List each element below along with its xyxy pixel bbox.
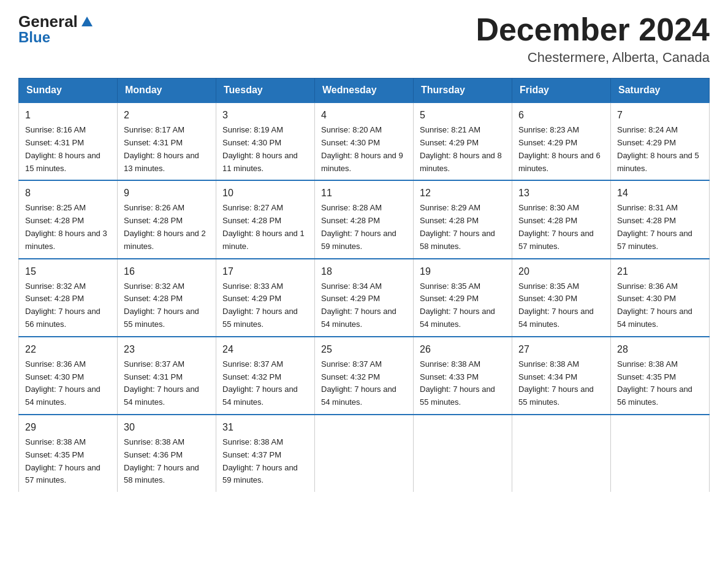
calendar-cell: 14 Sunrise: 8:31 AMSunset: 4:28 PMDaylig…	[611, 180, 710, 258]
calendar-cell: 31 Sunrise: 8:38 AMSunset: 4:37 PMDaylig…	[216, 415, 315, 492]
calendar-cell: 23 Sunrise: 8:37 AMSunset: 4:31 PMDaylig…	[118, 337, 216, 415]
calendar-cell: 25 Sunrise: 8:37 AMSunset: 4:32 PMDaylig…	[315, 337, 414, 415]
day-info: Sunrise: 8:35 AMSunset: 4:30 PMDaylight:…	[518, 282, 594, 329]
calendar-cell: 26 Sunrise: 8:38 AMSunset: 4:33 PMDaylig…	[414, 337, 512, 415]
day-number: 22	[25, 342, 111, 357]
day-info: Sunrise: 8:30 AMSunset: 4:28 PMDaylight:…	[518, 203, 594, 250]
day-number: 12	[420, 186, 506, 201]
day-number: 27	[518, 342, 604, 357]
day-number: 8	[25, 186, 111, 201]
day-info: Sunrise: 8:38 AMSunset: 4:33 PMDaylight:…	[420, 359, 495, 407]
month-title: December 2024	[476, 12, 710, 47]
calendar-cell: 2 Sunrise: 8:17 AMSunset: 4:31 PMDayligh…	[118, 102, 216, 180]
day-info: Sunrise: 8:28 AMSunset: 4:28 PMDaylight:…	[321, 203, 396, 250]
calendar-cell: 28 Sunrise: 8:38 AMSunset: 4:35 PMDaylig…	[611, 337, 710, 415]
day-number: 11	[321, 186, 407, 201]
calendar-cell: 29 Sunrise: 8:38 AMSunset: 4:35 PMDaylig…	[19, 415, 118, 492]
day-number: 23	[124, 342, 210, 357]
day-number: 7	[617, 108, 703, 123]
day-number: 18	[321, 264, 407, 279]
calendar-cell: 4 Sunrise: 8:20 AMSunset: 4:30 PMDayligh…	[315, 102, 414, 180]
day-info: Sunrise: 8:37 AMSunset: 4:31 PMDaylight:…	[124, 359, 199, 407]
day-number: 5	[420, 108, 506, 123]
day-number: 19	[420, 264, 506, 279]
calendar-cell: 21 Sunrise: 8:36 AMSunset: 4:30 PMDaylig…	[611, 259, 710, 337]
calendar-cell: 3 Sunrise: 8:19 AMSunset: 4:30 PMDayligh…	[216, 102, 315, 180]
day-info: Sunrise: 8:32 AMSunset: 4:28 PMDaylight:…	[25, 282, 100, 329]
day-number: 4	[321, 108, 407, 123]
logo-blue-text: Blue	[18, 29, 94, 46]
logo: General Blue	[18, 12, 94, 46]
calendar-cell: 24 Sunrise: 8:37 AMSunset: 4:32 PMDaylig…	[216, 337, 315, 415]
day-info: Sunrise: 8:33 AMSunset: 4:29 PMDaylight:…	[222, 282, 298, 329]
calendar-cell: 30 Sunrise: 8:38 AMSunset: 4:36 PMDaylig…	[118, 415, 216, 492]
day-info: Sunrise: 8:26 AMSunset: 4:28 PMDaylight:…	[124, 203, 206, 250]
calendar-cell: 27 Sunrise: 8:38 AMSunset: 4:34 PMDaylig…	[512, 337, 611, 415]
day-info: Sunrise: 8:38 AMSunset: 4:35 PMDaylight:…	[25, 437, 100, 484]
header-sunday: Sunday	[19, 79, 118, 103]
day-number: 16	[124, 264, 210, 279]
calendar-cell: 22 Sunrise: 8:36 AMSunset: 4:30 PMDaylig…	[19, 337, 118, 415]
day-info: Sunrise: 8:36 AMSunset: 4:30 PMDaylight:…	[617, 282, 692, 329]
calendar-cell: 16 Sunrise: 8:32 AMSunset: 4:28 PMDaylig…	[118, 259, 216, 337]
day-info: Sunrise: 8:17 AMSunset: 4:31 PMDaylight:…	[124, 125, 199, 172]
calendar-cell	[414, 415, 512, 492]
calendar-cell: 19 Sunrise: 8:35 AMSunset: 4:29 PMDaylig…	[414, 259, 512, 337]
location-text: Chestermere, Alberta, Canada	[476, 50, 710, 66]
header-thursday: Thursday	[414, 79, 512, 103]
calendar-cell: 20 Sunrise: 8:35 AMSunset: 4:30 PMDaylig…	[512, 259, 611, 337]
day-number: 30	[124, 420, 210, 435]
calendar-cell: 1 Sunrise: 8:16 AMSunset: 4:31 PMDayligh…	[19, 102, 118, 180]
day-info: Sunrise: 8:38 AMSunset: 4:36 PMDaylight:…	[124, 437, 199, 484]
day-number: 10	[222, 186, 308, 201]
day-number: 13	[518, 186, 604, 201]
calendar-cell: 18 Sunrise: 8:34 AMSunset: 4:29 PMDaylig…	[315, 259, 414, 337]
day-number: 14	[617, 186, 703, 201]
calendar-cell: 6 Sunrise: 8:23 AMSunset: 4:29 PMDayligh…	[512, 102, 611, 180]
calendar-week-3: 15 Sunrise: 8:32 AMSunset: 4:28 PMDaylig…	[19, 259, 710, 337]
day-info: Sunrise: 8:16 AMSunset: 4:31 PMDaylight:…	[25, 125, 100, 172]
calendar-cell	[512, 415, 611, 492]
calendar-cell	[315, 415, 414, 492]
day-info: Sunrise: 8:31 AMSunset: 4:28 PMDaylight:…	[617, 203, 692, 250]
day-number: 15	[25, 264, 111, 279]
day-number: 28	[617, 342, 703, 357]
calendar-cell: 10 Sunrise: 8:27 AMSunset: 4:28 PMDaylig…	[216, 180, 315, 258]
day-number: 9	[124, 186, 210, 201]
page-header: General Blue December 2024 Chestermere, …	[18, 12, 710, 66]
header-wednesday: Wednesday	[315, 79, 414, 103]
day-number: 25	[321, 342, 407, 357]
day-number: 1	[25, 108, 111, 123]
day-info: Sunrise: 8:38 AMSunset: 4:37 PMDaylight:…	[222, 437, 298, 484]
calendar-week-1: 1 Sunrise: 8:16 AMSunset: 4:31 PMDayligh…	[19, 102, 710, 180]
day-number: 3	[222, 108, 308, 123]
day-info: Sunrise: 8:25 AMSunset: 4:28 PMDaylight:…	[25, 203, 107, 250]
svg-marker-0	[82, 17, 93, 26]
day-number: 26	[420, 342, 506, 357]
calendar-week-4: 22 Sunrise: 8:36 AMSunset: 4:30 PMDaylig…	[19, 337, 710, 415]
day-info: Sunrise: 8:37 AMSunset: 4:32 PMDaylight:…	[321, 359, 396, 407]
day-info: Sunrise: 8:34 AMSunset: 4:29 PMDaylight:…	[321, 282, 396, 329]
calendar-cell: 11 Sunrise: 8:28 AMSunset: 4:28 PMDaylig…	[315, 180, 414, 258]
day-info: Sunrise: 8:38 AMSunset: 4:35 PMDaylight:…	[617, 359, 692, 407]
day-info: Sunrise: 8:21 AMSunset: 4:29 PMDaylight:…	[420, 125, 502, 172]
calendar-cell	[611, 415, 710, 492]
calendar-cell: 15 Sunrise: 8:32 AMSunset: 4:28 PMDaylig…	[19, 259, 118, 337]
calendar-cell: 13 Sunrise: 8:30 AMSunset: 4:28 PMDaylig…	[512, 180, 611, 258]
calendar-cell: 9 Sunrise: 8:26 AMSunset: 4:28 PMDayligh…	[118, 180, 216, 258]
calendar-cell: 5 Sunrise: 8:21 AMSunset: 4:29 PMDayligh…	[414, 102, 512, 180]
header-friday: Friday	[512, 79, 611, 103]
day-info: Sunrise: 8:20 AMSunset: 4:30 PMDaylight:…	[321, 125, 403, 172]
logo-flag-icon	[80, 15, 94, 29]
calendar-cell: 7 Sunrise: 8:24 AMSunset: 4:29 PMDayligh…	[611, 102, 710, 180]
day-info: Sunrise: 8:36 AMSunset: 4:30 PMDaylight:…	[25, 359, 100, 407]
day-number: 29	[25, 420, 111, 435]
day-number: 17	[222, 264, 308, 279]
day-info: Sunrise: 8:19 AMSunset: 4:30 PMDaylight:…	[222, 125, 298, 172]
day-info: Sunrise: 8:37 AMSunset: 4:32 PMDaylight:…	[222, 359, 298, 407]
day-info: Sunrise: 8:23 AMSunset: 4:29 PMDaylight:…	[518, 125, 601, 172]
day-number: 20	[518, 264, 604, 279]
day-number: 24	[222, 342, 308, 357]
calendar-cell: 17 Sunrise: 8:33 AMSunset: 4:29 PMDaylig…	[216, 259, 315, 337]
calendar-table: SundayMondayTuesdayWednesdayThursdayFrid…	[18, 78, 710, 492]
